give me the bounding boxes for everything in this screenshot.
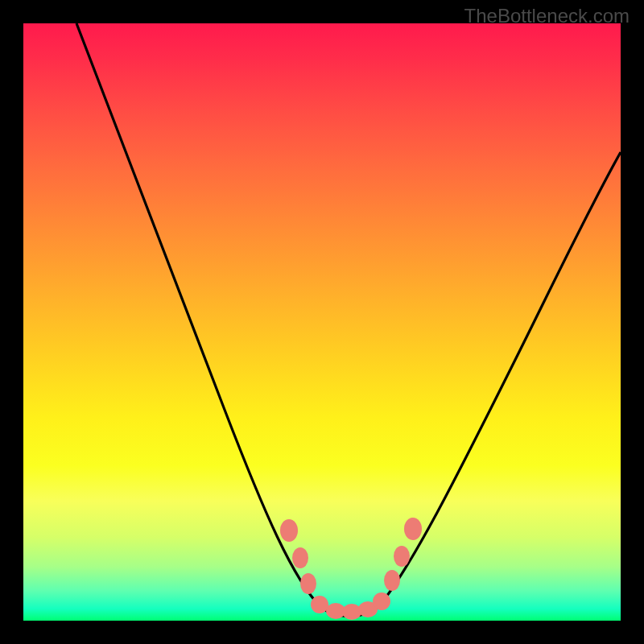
- svg-point-3: [311, 596, 328, 613]
- watermark-text: TheBottleneck.com: [464, 5, 630, 27]
- svg-point-0: [280, 519, 298, 542]
- trough-markers: [280, 518, 422, 620]
- svg-point-2: [300, 573, 316, 594]
- chart-frame: TheBottleneck.com: [0, 0, 644, 644]
- bottleneck-curve: [23, 23, 621, 621]
- svg-point-9: [394, 546, 410, 567]
- svg-point-8: [384, 570, 400, 591]
- svg-point-1: [292, 547, 308, 568]
- plot-area: [23, 23, 621, 621]
- svg-point-10: [404, 518, 422, 540]
- curve-path: [76, 23, 621, 617]
- svg-point-5: [342, 604, 361, 620]
- svg-point-7: [373, 592, 390, 610]
